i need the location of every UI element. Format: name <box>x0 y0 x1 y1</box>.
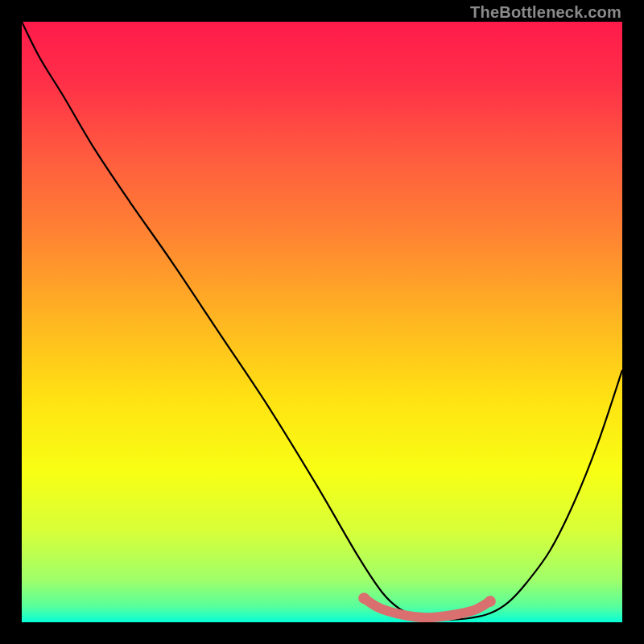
watermark-text: TheBottleneck.com <box>470 3 621 22</box>
svg-point-1 <box>358 592 369 604</box>
svg-point-2 <box>485 596 496 607</box>
bottleneck-curve <box>22 22 622 622</box>
plot-area <box>22 22 622 622</box>
chart-frame: TheBottleneck.com <box>0 0 644 644</box>
